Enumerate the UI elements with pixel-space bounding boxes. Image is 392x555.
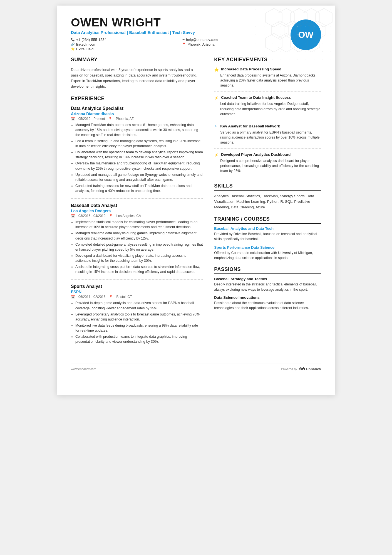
- job-2-title: Baseball Data Analyst: [71, 203, 203, 208]
- achievement-1-text: Enhanced data processing systems at Ariz…: [214, 73, 321, 88]
- contact-phone: 📞 +1-(234)-555-1234: [71, 38, 174, 42]
- location-icon-1: 📍: [108, 117, 112, 121]
- footer-brand: Powered by Enhancv: [281, 367, 321, 371]
- bullet: Managed TrackMan data operations across …: [75, 122, 203, 137]
- summary-text: Data-driven professional with 5 years of…: [71, 67, 203, 90]
- phone-text: +1-(234)-555-1234: [76, 38, 106, 42]
- achievement-4-icon: ⚡: [214, 153, 219, 157]
- passion-2-text: Passionate about the continuous evolutio…: [214, 300, 321, 310]
- enhancv-icon: [299, 367, 305, 371]
- job-3-date: 06/2011 - 02/2016: [78, 295, 105, 299]
- calendar-icon-2: 📅: [71, 214, 75, 218]
- passion-1: Baseball Strategy and Tactics Deeply int…: [214, 277, 321, 292]
- summary-section: SUMMARY Data-driven professional with 5 …: [71, 57, 203, 90]
- contact-list: 📞 +1-(234)-555-1234 ✉ help@enhancv.com 🔗…: [71, 38, 285, 51]
- achievement-2: ⚡ Coached Team to Data Insight Success L…: [214, 95, 321, 120]
- calendar-icon-3: 📅: [71, 295, 75, 299]
- footer: www.enhancv.com Powered by Enhancv: [71, 364, 321, 371]
- summary-title: SUMMARY: [71, 57, 203, 64]
- bullet: Implemented statistical models for estim…: [75, 219, 203, 230]
- bullet: Collaborated with production teams to in…: [75, 334, 203, 344]
- bullet: Led a team in setting up and managing da…: [75, 139, 203, 149]
- star-icon: ⭐: [71, 47, 75, 51]
- left-column: SUMMARY Data-driven professional with 5 …: [71, 57, 203, 355]
- experience-title: EXPERIENCE: [71, 96, 203, 103]
- main-content: SUMMARY Data-driven professional with 5 …: [71, 57, 321, 355]
- contact-linkedin: 🔗 linkedin.com: [71, 42, 174, 46]
- job-1-meta: 📅 05/2019 - Present 📍 Phoenix, AZ: [71, 117, 203, 121]
- achievement-3-icon: 🏳: [214, 124, 218, 129]
- header: OWEN WRIGHT Data Analytics Professional …: [71, 17, 321, 51]
- powered-by-text: Powered by: [281, 367, 297, 371]
- bullet: Monitored live data feeds during broadca…: [75, 323, 203, 333]
- achievement-4-header: ⚡ Developed Player Analytics Dashboard: [214, 152, 321, 157]
- enhancv-text: Enhancv: [306, 367, 321, 371]
- job-3-meta: 📅 06/2011 - 02/2016 📍 Bristol, CT: [71, 295, 203, 299]
- location-icon: 📍: [182, 43, 186, 46]
- achievement-4-title: Developed Player Analytics Dashboard: [221, 152, 291, 157]
- training-title: TRAINING / COURSES: [214, 216, 321, 224]
- bullet: Leveraged proprietary analytics tools to…: [75, 312, 203, 322]
- achievement-2-icon: ⚡: [214, 96, 219, 100]
- right-column: KEY ACHIEVEMENTS ⭐ Increased Data Proces…: [214, 57, 321, 355]
- achievement-1-title: Increased Data Processing Speed: [221, 67, 281, 71]
- job-3: Sports Analyst ESPN 📅 06/2011 - 02/2016 …: [71, 284, 203, 349]
- location-text: Phoenix, Arizona: [187, 42, 215, 46]
- candidate-title: Data Analytics Professional | Baseball E…: [71, 30, 285, 35]
- enhancv-logo: Enhancv: [299, 367, 321, 371]
- bullet: Collaborated with the operations team to…: [75, 150, 203, 160]
- achievement-2-header: ⚡ Coached Team to Data Insight Success: [214, 95, 321, 100]
- passion-1-text: Deeply interested in the strategic and t…: [214, 282, 321, 292]
- email-icon: ✉: [182, 38, 185, 41]
- experience-section: EXPERIENCE Data Analytics Specialist Ari…: [71, 96, 203, 349]
- job-1-company: Arizona Diamondbacks: [71, 112, 203, 116]
- achievement-4-text: Designed a comprehensive analytics dashb…: [214, 158, 321, 173]
- achievement-2-text: Led data training initiatives for Los An…: [214, 101, 321, 116]
- passion-2-title: Data Science Innovations: [214, 295, 321, 300]
- achievement-1: ⭐ Increased Data Processing Speed Enhanc…: [214, 67, 321, 92]
- job-2-location: Los Angeles, CA: [116, 214, 141, 218]
- training-1-title: Baseball Analytics and Data Tech: [214, 226, 321, 231]
- training-2-text: Offered by Coursera in collaboration wit…: [214, 250, 321, 260]
- skills-text: Analytics, Baseball Statistics, TrackMan…: [214, 193, 321, 210]
- job-3-bullets: Provided in-depth game analysis and data…: [71, 300, 203, 344]
- job-1: Data Analytics Specialist Arizona Diamon…: [71, 106, 203, 199]
- bullet: Managed real-time data analysis during g…: [75, 231, 203, 241]
- footer-website: www.enhancv.com: [71, 367, 96, 371]
- contact-email: ✉ help@enhancv.com: [182, 38, 285, 42]
- bullet: Assisted in integrating cross-platform d…: [75, 264, 203, 274]
- achievement-3: 🏳 Key Analyst for Baseball Network Serve…: [214, 124, 321, 149]
- passion-1-title: Baseball Strategy and Tactics: [214, 277, 321, 281]
- job-2: Baseball Data Analyst Los Angeles Dodger…: [71, 203, 203, 280]
- passion-2: Data Science Innovations Passionate abou…: [214, 295, 321, 310]
- email-text: help@enhancv.com: [186, 38, 218, 42]
- skills-section: SKILLS Analytics, Baseball Statistics, T…: [214, 183, 321, 210]
- job-1-location: Phoenix, AZ: [116, 117, 134, 121]
- achievement-1-header: ⭐ Increased Data Processing Speed: [214, 67, 321, 72]
- achievements-title: KEY ACHIEVEMENTS: [214, 57, 321, 64]
- contact-location: 📍 Phoenix, Arizona: [182, 42, 285, 46]
- location-icon-2: 📍: [109, 214, 113, 218]
- bullet: Oversaw the maintenance and troubleshoot…: [75, 161, 203, 171]
- bullet: Provided in-depth game analysis and data…: [75, 300, 203, 310]
- extra-text: Extra Field: [76, 47, 93, 51]
- passions-title: PASSIONS: [214, 267, 321, 274]
- avatar: OW: [291, 19, 321, 50]
- achievement-4: ⚡ Developed Player Analytics Dashboard D…: [214, 152, 321, 177]
- achievements-section: KEY ACHIEVEMENTS ⭐ Increased Data Proces…: [214, 57, 321, 177]
- achievement-3-title: Key Analyst for Baseball Network: [220, 124, 280, 128]
- phone-icon: 📞: [71, 38, 75, 41]
- bullet: Completed detailed post-game analyses re…: [75, 242, 203, 252]
- location-icon-3: 📍: [109, 295, 113, 299]
- job-3-company: ESPN: [71, 290, 203, 294]
- bullet: Developed a dashboard for visualizing pl…: [75, 253, 203, 263]
- achievement-2-title: Coached Team to Data Insight Success: [221, 95, 291, 100]
- candidate-name: OWEN WRIGHT: [71, 17, 285, 28]
- training-1-text: Provided by Driveline Baseball, focused …: [214, 231, 321, 241]
- job-1-title: Data Analytics Specialist: [71, 106, 203, 111]
- calendar-icon: 📅: [71, 117, 75, 121]
- job-2-company: Los Angeles Dodgers: [71, 209, 203, 213]
- achievement-3-text: Served as a primary analyst for ESPN's b…: [214, 130, 321, 145]
- resume-page: OWEN WRIGHT Data Analytics Professional …: [57, 6, 335, 395]
- job-2-date: 03/2016 - 04/2019: [78, 214, 105, 218]
